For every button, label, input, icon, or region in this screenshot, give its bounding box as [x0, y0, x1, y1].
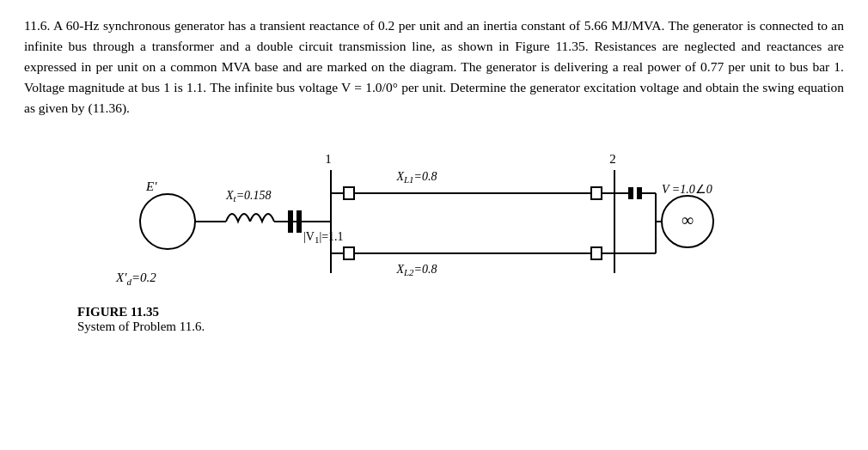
svg-rect-9 [288, 210, 293, 233]
svg-text:Xt=0.158: Xt=0.158 [225, 189, 272, 204]
circuit-diagram: 1 2 E' X′d=0.2 Xt=0.158 [99, 137, 769, 296]
svg-text:|V1|=1.1: |V1|=1.1 [303, 230, 344, 245]
svg-rect-16 [344, 187, 354, 199]
svg-rect-23 [344, 247, 354, 259]
svg-text:∞: ∞ [682, 210, 694, 229]
svg-text:1: 1 [325, 152, 332, 166]
svg-text:E': E' [145, 179, 157, 193]
figure-description: System of Problem 11.6. [77, 319, 844, 334]
problem-text: 11.6. A 60-Hz synchronous generator has … [24, 15, 844, 119]
svg-rect-30 [637, 187, 642, 199]
svg-point-4 [140, 194, 195, 249]
figure-title: FIGURE 11.35 [77, 305, 844, 319]
svg-text:XL2=0.8: XL2=0.8 [395, 263, 437, 277]
svg-text:V =1.0∠0: V =1.0∠0 [662, 183, 712, 196]
svg-text:2: 2 [609, 152, 616, 166]
svg-rect-29 [628, 187, 633, 199]
svg-rect-10 [296, 210, 302, 233]
circuit-svg: 1 2 E' X′d=0.2 Xt=0.158 [99, 137, 769, 296]
problem-container: 11.6. A 60-Hz synchronous generator has … [24, 15, 844, 334]
svg-rect-20 [591, 187, 602, 199]
problem-number: 11.6. [24, 18, 50, 33]
svg-text:X′d=0.2: X′d=0.2 [115, 271, 156, 287]
svg-rect-26 [591, 247, 602, 259]
figure-caption: FIGURE 11.35 System of Problem 11.6. [24, 305, 844, 334]
svg-text:XL1=0.8: XL1=0.8 [395, 170, 437, 185]
